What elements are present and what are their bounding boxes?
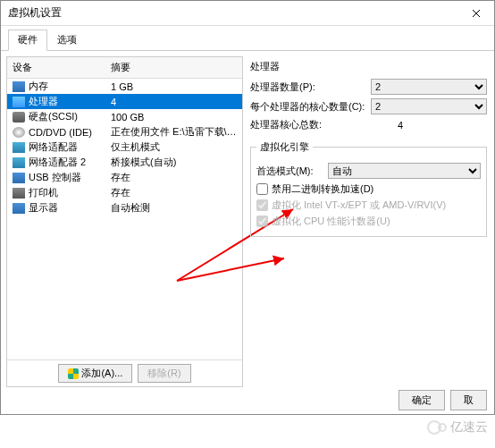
close-button[interactable] bbox=[458, 1, 494, 26]
device-icon bbox=[13, 173, 25, 183]
device-icon bbox=[13, 203, 25, 214]
device-name-cell: 打印机 bbox=[13, 186, 111, 199]
watermark: 亿速云 bbox=[427, 419, 488, 435]
device-icon bbox=[13, 81, 25, 92]
cancel-button[interactable]: 取 bbox=[450, 390, 487, 410]
device-icon bbox=[13, 157, 25, 168]
add-label: 添加(A)... bbox=[81, 367, 122, 380]
vt-x-checkbox bbox=[256, 199, 268, 211]
pref-mode-label: 首选模式(M): bbox=[256, 165, 328, 178]
tabs: 硬件 选项 bbox=[1, 26, 494, 51]
device-row[interactable]: 硬盘(SCSI)100 GB bbox=[7, 109, 242, 124]
settings-window: 虚拟机设置 硬件 选项 设备 摘要 内存1 GB处理器4硬盘(SCSI)100 … bbox=[0, 0, 495, 415]
device-name-cell: 内存 bbox=[13, 80, 111, 93]
disable-binary-checkbox[interactable] bbox=[256, 183, 268, 195]
window-title: 虚拟机设置 bbox=[8, 5, 62, 21]
device-row[interactable]: 内存1 GB bbox=[7, 79, 242, 94]
cores-label: 每个处理器的核心数量(C): bbox=[250, 100, 371, 114]
device-list[interactable]: 内存1 GB处理器4硬盘(SCSI)100 GBCD/DVD (IDE)正在使用… bbox=[7, 79, 242, 360]
device-summary: 仅主机模式 bbox=[111, 140, 237, 154]
cores-per-processor-row: 每个处理器的核心数量(C): 2 bbox=[250, 98, 487, 114]
device-summary: 1 GB bbox=[111, 81, 237, 92]
list-header: 设备 摘要 bbox=[7, 57, 242, 79]
processor-settings-pane: 处理器 处理器数量(P): 2 每个处理器的核心数量(C): 2 处理器核心总数… bbox=[248, 56, 489, 387]
device-summary: 桥接模式(自动) bbox=[111, 156, 237, 169]
device-name-cell: 处理器 bbox=[13, 95, 111, 108]
disable-binary-row[interactable]: 禁用二进制转换加速(D) bbox=[256, 182, 481, 196]
titlebar: 虚拟机设置 bbox=[1, 1, 494, 26]
device-icon bbox=[13, 97, 25, 107]
vt-x-label: 虚拟化 Intel VT-x/EPT 或 AMD-V/RVI(V) bbox=[272, 199, 446, 212]
device-icon bbox=[13, 112, 25, 123]
device-row[interactable]: USB 控制器存在 bbox=[7, 170, 242, 185]
processor-count-label: 处理器数量(P): bbox=[250, 80, 371, 94]
device-name: 显示器 bbox=[29, 201, 58, 215]
device-summary: 自动检测 bbox=[111, 201, 237, 215]
device-summary: 存在 bbox=[111, 171, 237, 184]
content-area: 设备 摘要 内存1 GB处理器4硬盘(SCSI)100 GBCD/DVD (ID… bbox=[1, 51, 494, 393]
device-summary: 正在使用文件 E:\迅雷下载\CentOS-... bbox=[111, 125, 237, 139]
perf-counter-row: 虚拟化 CPU 性能计数器(U) bbox=[256, 215, 481, 228]
device-summary: 4 bbox=[111, 97, 237, 107]
total-cores-label: 处理器核心总数: bbox=[250, 118, 371, 131]
remove-button[interactable]: 移除(R) bbox=[138, 364, 190, 383]
add-button[interactable]: 添加(A)... bbox=[58, 364, 132, 383]
processor-count-select[interactable]: 2 bbox=[371, 79, 487, 95]
dialog-buttons: 确定 取 bbox=[399, 390, 487, 410]
device-name: 网络适配器 bbox=[29, 140, 78, 154]
virtualization-group: 虚拟化引擎 首选模式(M): 自动 禁用二进制转换加速(D) 虚拟化 Intel… bbox=[250, 140, 487, 237]
device-name-cell: 硬盘(SCSI) bbox=[13, 110, 111, 123]
processor-section-label: 处理器 bbox=[250, 60, 487, 73]
device-list-pane: 设备 摘要 内存1 GB处理器4硬盘(SCSI)100 GBCD/DVD (ID… bbox=[6, 56, 243, 387]
device-row[interactable]: 打印机存在 bbox=[7, 185, 242, 200]
device-row[interactable]: 网络适配器 2桥接模式(自动) bbox=[7, 155, 242, 170]
total-cores-row: 处理器核心总数: 4 bbox=[250, 118, 487, 131]
device-summary: 100 GB bbox=[111, 112, 237, 123]
device-name: 打印机 bbox=[29, 186, 58, 199]
device-name: USB 控制器 bbox=[29, 171, 81, 184]
close-icon bbox=[472, 9, 481, 18]
device-name-cell: 网络适配器 2 bbox=[13, 156, 111, 169]
device-row[interactable]: CD/DVD (IDE)正在使用文件 E:\迅雷下载\CentOS-... bbox=[7, 124, 242, 139]
tab-options[interactable]: 选项 bbox=[47, 30, 87, 50]
virtualization-legend: 虚拟化引擎 bbox=[256, 140, 313, 154]
preferred-mode-row: 首选模式(M): 自动 bbox=[256, 163, 481, 179]
device-name: 网络适配器 2 bbox=[29, 156, 86, 169]
pref-mode-select[interactable]: 自动 bbox=[328, 163, 481, 179]
device-name: 硬盘(SCSI) bbox=[29, 110, 78, 123]
perf-counter-label: 虚拟化 CPU 性能计数器(U) bbox=[272, 215, 390, 228]
device-summary: 存在 bbox=[111, 186, 237, 199]
tab-hardware[interactable]: 硬件 bbox=[8, 30, 47, 51]
watermark-text: 亿速云 bbox=[450, 419, 488, 435]
device-name: 处理器 bbox=[29, 95, 58, 108]
disable-binary-label: 禁用二进制转换加速(D) bbox=[272, 182, 373, 196]
device-icon bbox=[13, 127, 25, 138]
device-row[interactable]: 处理器4 bbox=[7, 94, 242, 109]
device-icon bbox=[13, 142, 25, 153]
vt-x-row: 虚拟化 Intel VT-x/EPT 或 AMD-V/RVI(V) bbox=[256, 199, 481, 212]
ok-button[interactable]: 确定 bbox=[399, 390, 445, 410]
device-name: 内存 bbox=[29, 80, 48, 93]
col-summary: 摘要 bbox=[111, 61, 237, 74]
device-name-cell: 显示器 bbox=[13, 201, 111, 215]
watermark-icon-small bbox=[438, 423, 447, 432]
perf-counter-checkbox bbox=[256, 216, 268, 227]
device-row[interactable]: 网络适配器仅主机模式 bbox=[7, 139, 242, 155]
shield-icon bbox=[68, 368, 79, 379]
col-device: 设备 bbox=[13, 61, 111, 74]
cores-select[interactable]: 2 bbox=[371, 98, 487, 114]
device-buttons: 添加(A)... 移除(R) bbox=[7, 359, 242, 386]
device-name-cell: CD/DVD (IDE) bbox=[13, 127, 111, 138]
device-icon bbox=[13, 188, 25, 199]
device-name-cell: 网络适配器 bbox=[13, 140, 111, 154]
processor-count-row: 处理器数量(P): 2 bbox=[250, 79, 487, 95]
device-name-cell: USB 控制器 bbox=[13, 171, 111, 184]
device-row[interactable]: 显示器自动检测 bbox=[7, 200, 242, 216]
device-name: CD/DVD (IDE) bbox=[29, 127, 92, 138]
total-cores-value: 4 bbox=[371, 120, 487, 131]
